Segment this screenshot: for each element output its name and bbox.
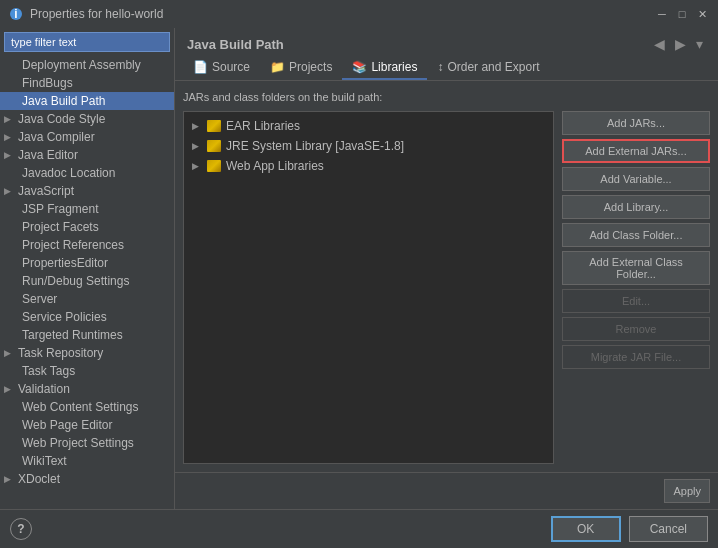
tree-item-label: EAR Libraries — [226, 119, 300, 133]
sidebar-item-label: Task Repository — [18, 346, 103, 360]
footer-right: OK Cancel — [551, 516, 708, 542]
order-export-tab-icon: ↕ — [437, 60, 443, 74]
tab-label: Source — [212, 60, 250, 74]
sidebar-item-label: PropertiesEditor — [22, 256, 108, 270]
tree-item-web-app-libraries[interactable]: ▶Web App Libraries — [188, 156, 549, 176]
libraries-tab-icon: 📚 — [352, 60, 367, 74]
svg-text:i: i — [14, 7, 17, 21]
sidebar-list: Deployment AssemblyFindBugsJava Build Pa… — [0, 56, 174, 509]
tab-label: Projects — [289, 60, 332, 74]
minimize-button[interactable]: ─ — [654, 6, 670, 22]
sidebar-item-label: Web Content Settings — [22, 400, 139, 414]
expand-icon: ▶ — [4, 348, 14, 358]
sidebar-item-label: Project References — [22, 238, 124, 252]
window-icon: i — [8, 6, 24, 22]
sidebar-item-web-content-settings[interactable]: Web Content Settings — [0, 398, 174, 416]
add-variable-button[interactable]: Add Variable... — [562, 167, 710, 191]
sidebar-item-label: Run/Debug Settings — [22, 274, 129, 288]
sidebar-item-label: Validation — [18, 382, 70, 396]
sidebar-item-task-repository[interactable]: ▶Task Repository — [0, 344, 174, 362]
sidebar-item-label: Deployment Assembly — [22, 58, 141, 72]
projects-tab-icon: 📁 — [270, 60, 285, 74]
tree-item-label: Web App Libraries — [226, 159, 324, 173]
nav-menu-button[interactable]: ▾ — [693, 36, 706, 52]
tree-expand-icon: ▶ — [192, 141, 202, 151]
tree-label: JARs and class folders on the build path… — [183, 89, 710, 105]
tree-expand-icon: ▶ — [192, 161, 202, 171]
sidebar-item-label: Task Tags — [22, 364, 75, 378]
sidebar-item-java-editor[interactable]: ▶Java Editor — [0, 146, 174, 164]
sidebar-item-targeted-runtimes[interactable]: Targeted Runtimes — [0, 326, 174, 344]
add-external-jars-button[interactable]: Add External JARs... — [562, 139, 710, 163]
panel-header: Java Build Path ◀ ▶ ▾ — [175, 28, 718, 56]
sidebar-item-java-build-path[interactable]: Java Build Path — [0, 92, 174, 110]
sidebar-item-label: Java Build Path — [22, 94, 105, 108]
migrate-jar-file-button: Migrate JAR File... — [562, 345, 710, 369]
sidebar-item-xdoclet[interactable]: ▶XDoclet — [0, 470, 174, 488]
sidebar-item-javascript[interactable]: ▶JavaScript — [0, 182, 174, 200]
add-jars-button[interactable]: Add JARs... — [562, 111, 710, 135]
sidebar-item-run-debug-settings[interactable]: Run/Debug Settings — [0, 272, 174, 290]
sidebar-item-project-references[interactable]: Project References — [0, 236, 174, 254]
tab-source[interactable]: 📄Source — [183, 56, 260, 80]
sidebar-item-label: Server — [22, 292, 57, 306]
tree-item-ear-libraries[interactable]: ▶EAR Libraries — [188, 116, 549, 136]
jar-icon — [206, 140, 222, 152]
sidebar-item-web-page-editor[interactable]: Web Page Editor — [0, 416, 174, 434]
sidebar-item-jsp-fragment[interactable]: JSP Fragment — [0, 200, 174, 218]
expand-icon: ▶ — [4, 150, 14, 160]
expand-icon: ▶ — [4, 186, 14, 196]
sidebar-item-deployment-assembly[interactable]: Deployment Assembly — [0, 56, 174, 74]
sidebar-item-label: Java Editor — [18, 148, 78, 162]
tree-item-jre-system[interactable]: ▶JRE System Library [JavaSE-1.8] — [188, 136, 549, 156]
apply-button[interactable]: Apply — [664, 479, 710, 503]
filter-input[interactable] — [4, 32, 170, 52]
sidebar-item-label: Java Code Style — [18, 112, 105, 126]
nav-forward-button[interactable]: ▶ — [672, 36, 689, 52]
ok-button[interactable]: OK — [551, 516, 621, 542]
sidebar-item-java-compiler[interactable]: ▶Java Compiler — [0, 128, 174, 146]
sidebar-item-web-project-settings[interactable]: Web Project Settings — [0, 434, 174, 452]
add-class-folder-button[interactable]: Add Class Folder... — [562, 223, 710, 247]
sidebar-item-label: FindBugs — [22, 76, 73, 90]
tree-item-label: JRE System Library [JavaSE-1.8] — [226, 139, 404, 153]
tabs-bar: 📄Source📁Projects📚Libraries↕Order and Exp… — [175, 56, 718, 81]
sidebar-item-task-tags[interactable]: Task Tags — [0, 362, 174, 380]
add-library-button[interactable]: Add Library... — [562, 195, 710, 219]
cancel-button[interactable]: Cancel — [629, 516, 708, 542]
tree-panel[interactable]: ▶EAR Libraries▶JRE System Library [JavaS… — [183, 111, 554, 464]
sidebar-item-label: JavaScript — [18, 184, 74, 198]
tab-projects[interactable]: 📁Projects — [260, 56, 342, 80]
sidebar-item-label: Java Compiler — [18, 130, 95, 144]
add-external-class-folder-button[interactable]: Add External Class Folder... — [562, 251, 710, 285]
sidebar-item-label: JSP Fragment — [22, 202, 98, 216]
panel-nav: ◀ ▶ ▾ — [651, 36, 706, 52]
expand-icon: ▶ — [4, 132, 14, 142]
expand-icon: ▶ — [4, 474, 14, 484]
sidebar: Deployment AssemblyFindBugsJava Build Pa… — [0, 28, 175, 509]
sidebar-item-java-code-style[interactable]: ▶Java Code Style — [0, 110, 174, 128]
footer-left: ? — [10, 518, 32, 540]
tab-order-export[interactable]: ↕Order and Export — [427, 56, 549, 80]
help-button[interactable]: ? — [10, 518, 32, 540]
jar-icon — [206, 120, 222, 132]
sidebar-item-server[interactable]: Server — [0, 290, 174, 308]
sidebar-item-wikitext[interactable]: WikiText — [0, 452, 174, 470]
tree-expand-icon: ▶ — [192, 121, 202, 131]
sidebar-item-validation[interactable]: ▶Validation — [0, 380, 174, 398]
sidebar-item-findbugs[interactable]: FindBugs — [0, 74, 174, 92]
tab-label: Order and Export — [447, 60, 539, 74]
sidebar-item-label: Service Policies — [22, 310, 107, 324]
sidebar-item-properties-editor[interactable]: PropertiesEditor — [0, 254, 174, 272]
maximize-button[interactable]: □ — [674, 6, 690, 22]
sidebar-item-project-facets[interactable]: Project Facets — [0, 218, 174, 236]
sidebar-item-label: Project Facets — [22, 220, 99, 234]
sidebar-item-javadoc-location[interactable]: Javadoc Location — [0, 164, 174, 182]
sidebar-item-service-policies[interactable]: Service Policies — [0, 308, 174, 326]
nav-back-button[interactable]: ◀ — [651, 36, 668, 52]
remove-button: Remove — [562, 317, 710, 341]
tab-libraries[interactable]: 📚Libraries — [342, 56, 427, 80]
sidebar-item-label: WikiText — [22, 454, 67, 468]
close-button[interactable]: ✕ — [694, 6, 710, 22]
right-panel: Java Build Path ◀ ▶ ▾ 📄Source📁Projects📚L… — [175, 28, 718, 509]
